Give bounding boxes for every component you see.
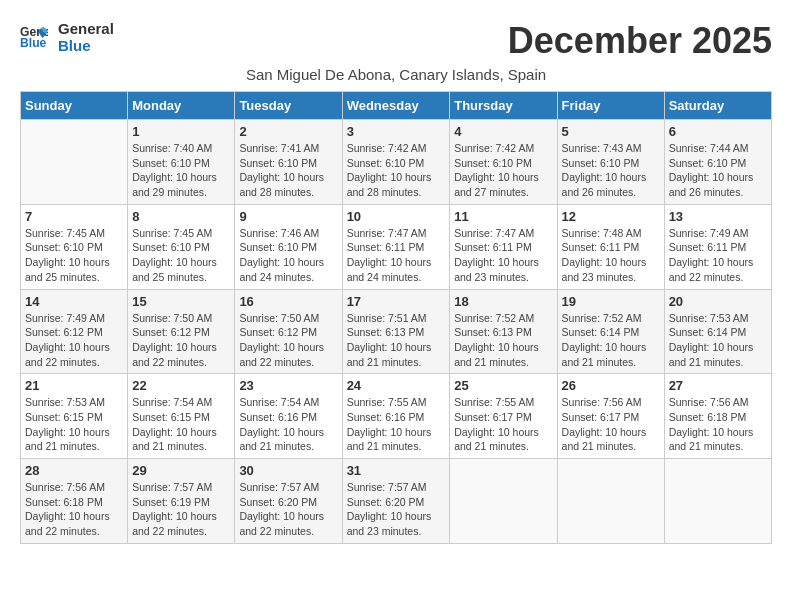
day-info: Sunrise: 7:53 AM Sunset: 6:14 PM Dayligh… bbox=[669, 311, 767, 370]
day-number: 15 bbox=[132, 294, 230, 309]
day-info: Sunrise: 7:46 AM Sunset: 6:10 PM Dayligh… bbox=[239, 226, 337, 285]
day-number: 12 bbox=[562, 209, 660, 224]
calendar-cell bbox=[664, 459, 771, 544]
day-number: 26 bbox=[562, 378, 660, 393]
day-number: 30 bbox=[239, 463, 337, 478]
calendar-cell: 15Sunrise: 7:50 AM Sunset: 6:12 PM Dayli… bbox=[128, 289, 235, 374]
calendar-cell: 31Sunrise: 7:57 AM Sunset: 6:20 PM Dayli… bbox=[342, 459, 450, 544]
day-number: 9 bbox=[239, 209, 337, 224]
weekday-header-friday: Friday bbox=[557, 92, 664, 120]
calendar-cell: 1Sunrise: 7:40 AM Sunset: 6:10 PM Daylig… bbox=[128, 120, 235, 205]
day-info: Sunrise: 7:45 AM Sunset: 6:10 PM Dayligh… bbox=[132, 226, 230, 285]
calendar-cell: 20Sunrise: 7:53 AM Sunset: 6:14 PM Dayli… bbox=[664, 289, 771, 374]
day-number: 25 bbox=[454, 378, 552, 393]
day-number: 16 bbox=[239, 294, 337, 309]
day-info: Sunrise: 7:44 AM Sunset: 6:10 PM Dayligh… bbox=[669, 141, 767, 200]
calendar-cell: 26Sunrise: 7:56 AM Sunset: 6:17 PM Dayli… bbox=[557, 374, 664, 459]
month-title: December 2025 bbox=[508, 20, 772, 62]
calendar-cell bbox=[450, 459, 557, 544]
day-info: Sunrise: 7:50 AM Sunset: 6:12 PM Dayligh… bbox=[132, 311, 230, 370]
day-number: 28 bbox=[25, 463, 123, 478]
day-info: Sunrise: 7:47 AM Sunset: 6:11 PM Dayligh… bbox=[347, 226, 446, 285]
calendar-week-row: 28Sunrise: 7:56 AM Sunset: 6:18 PM Dayli… bbox=[21, 459, 772, 544]
day-info: Sunrise: 7:55 AM Sunset: 6:17 PM Dayligh… bbox=[454, 395, 552, 454]
day-number: 2 bbox=[239, 124, 337, 139]
calendar-cell: 5Sunrise: 7:43 AM Sunset: 6:10 PM Daylig… bbox=[557, 120, 664, 205]
day-number: 21 bbox=[25, 378, 123, 393]
calendar-cell: 11Sunrise: 7:47 AM Sunset: 6:11 PM Dayli… bbox=[450, 204, 557, 289]
day-number: 31 bbox=[347, 463, 446, 478]
day-number: 5 bbox=[562, 124, 660, 139]
calendar-cell: 14Sunrise: 7:49 AM Sunset: 6:12 PM Dayli… bbox=[21, 289, 128, 374]
day-number: 27 bbox=[669, 378, 767, 393]
weekday-header-wednesday: Wednesday bbox=[342, 92, 450, 120]
day-number: 10 bbox=[347, 209, 446, 224]
calendar-cell: 8Sunrise: 7:45 AM Sunset: 6:10 PM Daylig… bbox=[128, 204, 235, 289]
day-number: 18 bbox=[454, 294, 552, 309]
day-info: Sunrise: 7:55 AM Sunset: 6:16 PM Dayligh… bbox=[347, 395, 446, 454]
day-info: Sunrise: 7:42 AM Sunset: 6:10 PM Dayligh… bbox=[347, 141, 446, 200]
calendar-cell: 28Sunrise: 7:56 AM Sunset: 6:18 PM Dayli… bbox=[21, 459, 128, 544]
calendar-cell: 6Sunrise: 7:44 AM Sunset: 6:10 PM Daylig… bbox=[664, 120, 771, 205]
calendar-cell: 16Sunrise: 7:50 AM Sunset: 6:12 PM Dayli… bbox=[235, 289, 342, 374]
calendar-cell: 12Sunrise: 7:48 AM Sunset: 6:11 PM Dayli… bbox=[557, 204, 664, 289]
day-number: 29 bbox=[132, 463, 230, 478]
weekday-header-monday: Monday bbox=[128, 92, 235, 120]
weekday-header-row: SundayMondayTuesdayWednesdayThursdayFrid… bbox=[21, 92, 772, 120]
calendar-cell: 13Sunrise: 7:49 AM Sunset: 6:11 PM Dayli… bbox=[664, 204, 771, 289]
calendar-cell: 29Sunrise: 7:57 AM Sunset: 6:19 PM Dayli… bbox=[128, 459, 235, 544]
day-info: Sunrise: 7:56 AM Sunset: 6:18 PM Dayligh… bbox=[669, 395, 767, 454]
day-number: 23 bbox=[239, 378, 337, 393]
calendar-cell: 22Sunrise: 7:54 AM Sunset: 6:15 PM Dayli… bbox=[128, 374, 235, 459]
day-info: Sunrise: 7:43 AM Sunset: 6:10 PM Dayligh… bbox=[562, 141, 660, 200]
calendar-cell: 21Sunrise: 7:53 AM Sunset: 6:15 PM Dayli… bbox=[21, 374, 128, 459]
calendar-cell: 24Sunrise: 7:55 AM Sunset: 6:16 PM Dayli… bbox=[342, 374, 450, 459]
day-number: 13 bbox=[669, 209, 767, 224]
day-number: 7 bbox=[25, 209, 123, 224]
day-info: Sunrise: 7:52 AM Sunset: 6:13 PM Dayligh… bbox=[454, 311, 552, 370]
calendar-table: SundayMondayTuesdayWednesdayThursdayFrid… bbox=[20, 91, 772, 544]
day-number: 19 bbox=[562, 294, 660, 309]
location-title: San Miguel De Abona, Canary Islands, Spa… bbox=[20, 66, 772, 83]
logo-icon: General Blue bbox=[20, 23, 48, 51]
calendar-cell: 10Sunrise: 7:47 AM Sunset: 6:11 PM Dayli… bbox=[342, 204, 450, 289]
day-info: Sunrise: 7:41 AM Sunset: 6:10 PM Dayligh… bbox=[239, 141, 337, 200]
day-info: Sunrise: 7:57 AM Sunset: 6:20 PM Dayligh… bbox=[239, 480, 337, 539]
day-info: Sunrise: 7:54 AM Sunset: 6:16 PM Dayligh… bbox=[239, 395, 337, 454]
weekday-header-saturday: Saturday bbox=[664, 92, 771, 120]
day-number: 4 bbox=[454, 124, 552, 139]
calendar-week-row: 21Sunrise: 7:53 AM Sunset: 6:15 PM Dayli… bbox=[21, 374, 772, 459]
weekday-header-sunday: Sunday bbox=[21, 92, 128, 120]
logo: General Blue General Blue bbox=[20, 20, 114, 54]
day-number: 17 bbox=[347, 294, 446, 309]
calendar-cell: 3Sunrise: 7:42 AM Sunset: 6:10 PM Daylig… bbox=[342, 120, 450, 205]
weekday-header-thursday: Thursday bbox=[450, 92, 557, 120]
calendar-cell: 2Sunrise: 7:41 AM Sunset: 6:10 PM Daylig… bbox=[235, 120, 342, 205]
day-info: Sunrise: 7:53 AM Sunset: 6:15 PM Dayligh… bbox=[25, 395, 123, 454]
day-info: Sunrise: 7:50 AM Sunset: 6:12 PM Dayligh… bbox=[239, 311, 337, 370]
day-number: 24 bbox=[347, 378, 446, 393]
day-number: 11 bbox=[454, 209, 552, 224]
calendar-week-row: 1Sunrise: 7:40 AM Sunset: 6:10 PM Daylig… bbox=[21, 120, 772, 205]
svg-text:Blue: Blue bbox=[20, 36, 47, 50]
day-number: 14 bbox=[25, 294, 123, 309]
page-container: General Blue General Blue December 2025 … bbox=[20, 20, 772, 544]
day-info: Sunrise: 7:49 AM Sunset: 6:12 PM Dayligh… bbox=[25, 311, 123, 370]
calendar-cell: 7Sunrise: 7:45 AM Sunset: 6:10 PM Daylig… bbox=[21, 204, 128, 289]
header: General Blue General Blue December 2025 bbox=[20, 20, 772, 62]
day-info: Sunrise: 7:52 AM Sunset: 6:14 PM Dayligh… bbox=[562, 311, 660, 370]
day-number: 1 bbox=[132, 124, 230, 139]
calendar-cell bbox=[557, 459, 664, 544]
day-info: Sunrise: 7:42 AM Sunset: 6:10 PM Dayligh… bbox=[454, 141, 552, 200]
day-number: 8 bbox=[132, 209, 230, 224]
calendar-cell: 4Sunrise: 7:42 AM Sunset: 6:10 PM Daylig… bbox=[450, 120, 557, 205]
calendar-cell: 17Sunrise: 7:51 AM Sunset: 6:13 PM Dayli… bbox=[342, 289, 450, 374]
calendar-cell: 18Sunrise: 7:52 AM Sunset: 6:13 PM Dayli… bbox=[450, 289, 557, 374]
day-info: Sunrise: 7:45 AM Sunset: 6:10 PM Dayligh… bbox=[25, 226, 123, 285]
day-number: 3 bbox=[347, 124, 446, 139]
calendar-cell: 30Sunrise: 7:57 AM Sunset: 6:20 PM Dayli… bbox=[235, 459, 342, 544]
logo-text-general: General bbox=[58, 20, 114, 37]
day-number: 6 bbox=[669, 124, 767, 139]
day-info: Sunrise: 7:49 AM Sunset: 6:11 PM Dayligh… bbox=[669, 226, 767, 285]
day-number: 20 bbox=[669, 294, 767, 309]
